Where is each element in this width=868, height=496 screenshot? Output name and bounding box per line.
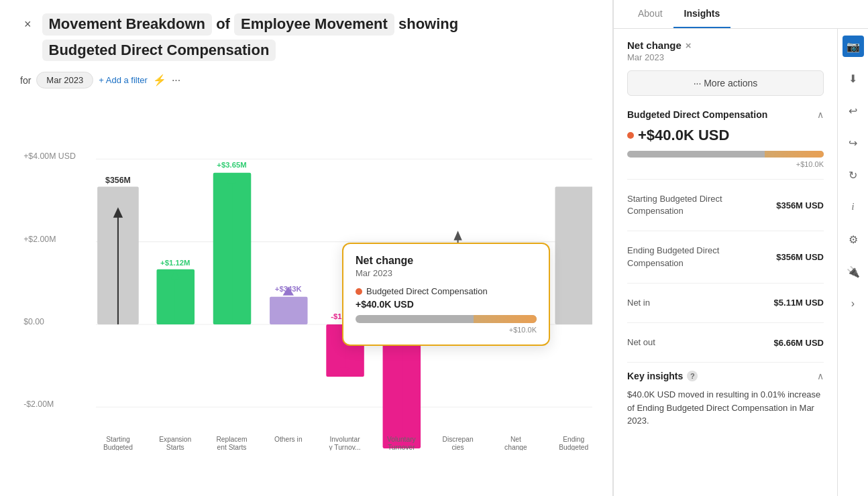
- stat-row-net-in: Net in $5.11M USD: [627, 292, 824, 314]
- net-change-date: Mar 2023: [627, 52, 824, 62]
- insights-collapse-icon[interactable]: ∧: [817, 371, 824, 381]
- download-button[interactable]: ⬇: [843, 68, 864, 89]
- right-main: Net change × Mar 2023 ··· More actions B…: [614, 29, 837, 496]
- key-insights-label: Key insights: [627, 371, 683, 381]
- redo-icon: ↪: [849, 137, 857, 149]
- tooltip-metric-row: Budgeted Direct Compensation: [356, 286, 537, 296]
- close-button[interactable]: ×: [20, 16, 36, 33]
- divider-4: [627, 322, 824, 323]
- svg-text:cies: cies: [451, 444, 464, 450]
- chart-title: Movement Breakdown of Employee Movement …: [42, 13, 459, 61]
- value-bar-container: [627, 151, 824, 158]
- svg-text:Starting: Starting: [106, 436, 130, 443]
- svg-text:Others in: Others in: [274, 436, 303, 443]
- right-icon-bar: 📷 ⬇ ↩ ↪ ↻ i ⚙ 🔌 ›: [837, 29, 868, 496]
- add-filter-button[interactable]: + Add a filter: [99, 75, 148, 85]
- stat-label-ending: Ending Budgeted Direct Compensation: [627, 245, 735, 269]
- net-change-header: Net change ×: [627, 40, 824, 51]
- section-title: Budgeted Direct Compensation: [627, 109, 767, 120]
- camera-button[interactable]: 📷: [843, 36, 864, 57]
- right-panel: About Insights Net change × Mar 2023 ···…: [613, 0, 868, 496]
- svg-text:-$2.00M: -$2.00M: [23, 399, 54, 409]
- stat-value-starting: $356M USD: [776, 200, 824, 210]
- svg-text:change: change: [504, 444, 527, 450]
- refresh-icon: ↻: [849, 169, 857, 182]
- for-label: for: [20, 75, 31, 86]
- title-showing: showing: [398, 15, 458, 32]
- tab-about[interactable]: About: [627, 0, 673, 28]
- stat-value-net-in: $5.11M USD: [774, 298, 824, 308]
- svg-text:+$2.00M: +$2.00M: [23, 235, 56, 244]
- svg-text:Ending: Ending: [563, 436, 584, 443]
- compensation-section: Budgeted Direct Compensation ∧ +$40.0K U…: [627, 109, 824, 363]
- divider-5: [627, 362, 824, 363]
- divider-1: [627, 179, 824, 180]
- tooltip-date: Mar 2023: [356, 268, 537, 278]
- stat-label-starting: Starting Budgeted Direct Compensation: [627, 193, 735, 217]
- svg-marker-33: [453, 231, 462, 240]
- stat-value-net-out: $6.66M USD: [774, 338, 824, 348]
- svg-rect-35: [555, 187, 592, 325]
- tooltip-dot: [356, 288, 362, 295]
- svg-text:y Turnov...: y Turnov...: [329, 444, 360, 450]
- key-insights-header: Key insights ? ∧: [627, 371, 824, 381]
- tooltip-metric-label: Budgeted Direct Compensation: [366, 286, 488, 296]
- insights-text: $40.0K USD moved in resulting in 0.01% i…: [627, 388, 824, 428]
- help-icon[interactable]: ?: [687, 371, 698, 381]
- undo-button[interactable]: ↩: [843, 100, 864, 121]
- date-filter-tag[interactable]: Mar 2023: [36, 72, 93, 88]
- net-change-section: Net change × Mar 2023 ··· More actions: [627, 40, 824, 96]
- tab-insights[interactable]: Insights: [673, 0, 731, 28]
- stat-row-ending: Ending Budgeted Direct Compensation $356…: [627, 239, 824, 274]
- big-value-text: +$40.0K USD: [638, 127, 729, 144]
- info-button[interactable]: i: [843, 196, 864, 218]
- net-change-close[interactable]: ×: [686, 40, 692, 51]
- title-employee-movement: Employee Movement: [234, 13, 394, 36]
- tooltip-bar-label: +$10.0K: [356, 326, 537, 334]
- download-icon: ⬇: [849, 72, 857, 85]
- more-actions-button[interactable]: ··· More actions: [627, 70, 824, 96]
- tabs-row: About Insights: [614, 0, 868, 29]
- svg-text:Budgeted: Budgeted: [559, 444, 588, 450]
- stat-row-starting: Starting Budgeted Direct Compensation $3…: [627, 188, 824, 223]
- redo-button[interactable]: ↪: [843, 132, 864, 153]
- svg-text:Starts: Starts: [166, 444, 184, 450]
- stat-label-net-in: Net in: [627, 297, 650, 309]
- divider-3: [627, 283, 824, 284]
- svg-text:Budgeted: Budgeted: [103, 444, 133, 450]
- tooltip-bar-bg: [356, 315, 537, 323]
- plugin-button[interactable]: 🔌: [843, 261, 864, 282]
- svg-text:$356M: $356M: [105, 176, 131, 185]
- settings-button[interactable]: ⚙: [843, 229, 864, 250]
- refresh-button[interactable]: ↻: [843, 164, 864, 186]
- net-change-label: Net change: [627, 40, 682, 51]
- title-of: of: [216, 15, 230, 32]
- collapse-icon[interactable]: ∧: [817, 109, 824, 120]
- svg-text:Expansion: Expansion: [159, 436, 191, 443]
- tooltip-title: Net change: [356, 255, 537, 267]
- title-row: × Movement Breakdown of Employee Movemen…: [20, 13, 592, 61]
- svg-text:Voluntary: Voluntary: [387, 436, 417, 443]
- expand-button[interactable]: ›: [843, 293, 864, 314]
- more-options-icon[interactable]: ···: [172, 74, 180, 86]
- filter-row: for Mar 2023 + Add a filter ⚡ ···: [20, 72, 592, 88]
- divider-2: [627, 231, 824, 231]
- svg-text:Involuntar: Involuntar: [330, 436, 361, 443]
- undo-icon: ↩: [849, 105, 857, 117]
- key-insights-section: Key insights ? ∧ $40.0K USD moved in res…: [627, 371, 824, 428]
- settings-icon: ⚙: [849, 233, 858, 246]
- svg-text:Discrepan: Discrepan: [442, 436, 474, 443]
- bolt-icon[interactable]: ⚡: [153, 74, 166, 86]
- right-content: Net change × Mar 2023 ··· More actions B…: [614, 29, 868, 496]
- section-title-row: Budgeted Direct Compensation ∧: [627, 109, 824, 120]
- tooltip-box: Net change Mar 2023 Budgeted Direct Comp…: [342, 243, 550, 346]
- plugin-icon: 🔌: [847, 265, 860, 278]
- info-icon: i: [852, 202, 855, 212]
- svg-text:$0.00: $0.00: [23, 317, 44, 326]
- camera-icon: 📷: [847, 40, 860, 53]
- key-insights-title: Key insights ?: [627, 371, 698, 381]
- stat-row-net-out: Net out $6.66M USD: [627, 331, 824, 354]
- title-compensation: Budgeted Direct Compensation: [42, 40, 276, 62]
- tooltip-metric-value: +$40.0K USD: [356, 299, 537, 310]
- svg-text:Net: Net: [510, 436, 521, 443]
